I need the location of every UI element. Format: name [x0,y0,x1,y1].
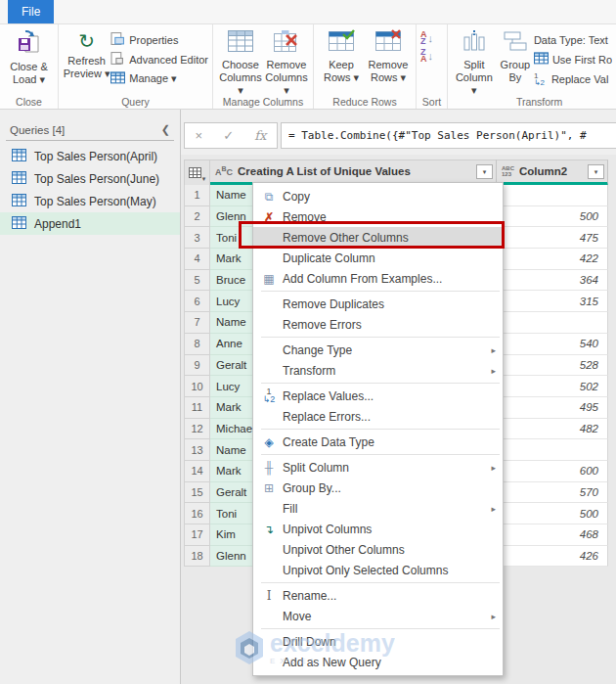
select-all-button[interactable]: ▾ [184,160,210,186]
formula-input[interactable] [282,129,616,142]
row-number-cell[interactable]: 6 [184,291,210,312]
value-cell[interactable]: 540 [497,334,608,355]
value-cell[interactable]: 426 [497,546,608,568]
menu-item-drill-down[interactable]: Drill Down [253,631,503,652]
row-number-cell[interactable]: 7 [184,312,210,334]
value-cell[interactable]: 600 [497,461,608,482]
submenu-arrow-icon: ▸ [491,612,496,621]
menu-item-add-column-from-examples[interactable]: ▦ Add Column From Examples... [253,268,503,289]
row-number-cell[interactable]: 2 [184,206,210,228]
close-and-load-icon [16,29,43,59]
menu-item-remove-other-columns[interactable]: Remove Other Columns [253,227,503,248]
data-type-dropdown[interactable]: Data Type: Text [534,31,612,48]
column-header-2[interactable]: ABC123 Column2 ▾ [497,160,608,186]
commit-icon[interactable]: ✓ [223,128,234,143]
properties-button[interactable]: Properties [110,31,208,48]
value-cell[interactable]: 468 [497,524,608,546]
filter-dropdown-button[interactable]: ▾ [476,164,493,179]
group-by-button[interactable]: Group By [497,27,534,84]
query-item-append1[interactable]: Append1 [0,212,180,235]
choose-columns-button[interactable]: Choose Columns ▾ [217,27,264,98]
remove-rows-icon [374,29,403,57]
text-type-icon: ABC [215,165,233,177]
use-first-row-button[interactable]: Use First Ro [534,51,612,68]
advanced-editor-button[interactable]: Advanced Editor [110,51,208,68]
menu-item-remove-errors[interactable]: Remove Errors [253,314,503,335]
submenu-arrow-icon: ▸ [491,504,496,514]
value-cell[interactable]: 502 [497,376,608,397]
value-cell[interactable]: 495 [497,397,608,419]
row-number-cell[interactable]: 10 [184,376,210,397]
cancel-icon[interactable]: × [196,128,203,143]
menu-item-replace-values[interactable]: 1↳2 Replace Values... [253,386,503,406]
row-number-cell[interactable]: 15 [184,482,210,504]
menu-item-create-data-type[interactable]: ◈ Create Data Type [253,432,503,452]
replace-values-button[interactable]: 1↳2 Replace Val [534,70,612,87]
menu-item-move[interactable]: Move ▸ [253,606,503,626]
row-number-cell[interactable]: 17 [184,524,210,546]
menu-item-replace-errors[interactable]: Replace Errors... [253,406,503,427]
menu-item-unpivot-columns[interactable]: ↴ Unpivot Columns [253,519,503,539]
filter-dropdown-button[interactable]: ▾ [588,164,604,179]
query-item-top-sales-person-may[interactable]: Top Sales Person(May) [0,190,180,212]
value-cell[interactable]: 315 [497,291,608,312]
collapse-pane-icon[interactable]: ❮ [161,123,170,136]
value-cell[interactable]: 482 [497,419,608,440]
value-cell[interactable] [497,439,608,461]
remove-rows-button[interactable]: Remove Rows ▾ [365,27,412,84]
value-cell[interactable]: 475 [497,227,608,249]
value-cell[interactable]: 500 [497,503,608,524]
value-cell[interactable] [497,312,608,334]
value-cell[interactable] [497,185,608,206]
refresh-preview-button[interactable]: ↻ Refresh Preview ▾ [63,27,110,80]
sort-ascending-button[interactable]: AZ↓ [420,31,433,45]
value-cell[interactable]: 364 [497,270,608,292]
value-cell[interactable]: 422 [497,249,608,270]
ribbon-group-transform: Split Column ▾ Group By Data Type: Text … [448,24,616,109]
row-number-cell[interactable]: 9 [184,355,210,377]
value-cell[interactable]: 528 [497,355,608,377]
rename-icon: I [260,589,278,603]
tab-file[interactable]: File [8,0,54,23]
split-column-button[interactable]: Split Column ▾ [452,27,497,98]
menu-item-change-type[interactable]: Change Type ▸ [253,340,503,360]
row-number-cell[interactable]: 13 [184,439,210,461]
menu-item-transform[interactable]: Transform ▸ [253,360,503,381]
remove-columns-button[interactable]: Remove Columns ▾ [264,27,309,98]
row-number-cell[interactable]: 18 [184,546,210,568]
query-item-top-sales-person-june[interactable]: Top Sales Person(June) [0,167,180,190]
choose-columns-label: Choose Columns ▾ [217,59,264,98]
close-and-load-button[interactable]: Close & Load ▾ [4,27,54,86]
value-cell[interactable]: 500 [497,206,608,228]
value-cell[interactable]: 570 [497,482,608,504]
remove-columns-icon [273,29,300,57]
row-number-cell[interactable]: 16 [184,503,210,524]
menu-item-group-by[interactable]: ⊞ Group By... [253,478,503,498]
menu-item-add-as-new-query[interactable]: Add as New Query [253,652,503,672]
row-number-cell[interactable]: 12 [184,419,210,440]
sort-descending-button[interactable]: ZA↓ [420,49,433,63]
menu-item-rename[interactable]: I Rename... [253,585,503,606]
row-number-cell[interactable]: 8 [184,334,210,355]
menu-item-split-column[interactable]: ╫ Split Column ▸ [253,457,503,478]
row-number-cell[interactable]: 5 [184,270,210,292]
menu-item-unpivot-only-selected-columns[interactable]: Unpivot Only Selected Columns [253,560,503,580]
row-number-cell[interactable]: 3 [184,227,210,249]
menu-item-copy[interactable]: ⧉ Copy [253,186,503,206]
menu-item-fill[interactable]: Fill ▸ [253,498,503,519]
keep-rows-button[interactable]: Keep Rows ▾ [318,27,365,84]
group-label-transform: Transform [448,96,616,108]
query-item-top-sales-person-april[interactable]: Top Sales Person(April) [0,145,180,167]
copy-icon: ⧉ [260,190,278,204]
row-number-cell[interactable]: 11 [184,397,210,419]
menu-item-unpivot-other-columns[interactable]: Unpivot Other Columns [253,539,503,560]
queries-pane: Queries [4] ❮ Top Sales Person(April) To… [0,110,181,684]
row-number-cell[interactable]: 1 [184,185,210,206]
row-number-cell[interactable]: 4 [184,249,210,270]
manage-button[interactable]: Manage ▾ [110,70,208,87]
fx-icon[interactable]: fx [254,128,266,143]
row-number-cell[interactable]: 14 [184,461,210,482]
menu-item-remove-duplicates[interactable]: Remove Duplicates [253,294,503,314]
menu-item-remove[interactable]: ✗ Remove [253,206,503,227]
menu-item-duplicate-column[interactable]: Duplicate Column [253,248,503,268]
